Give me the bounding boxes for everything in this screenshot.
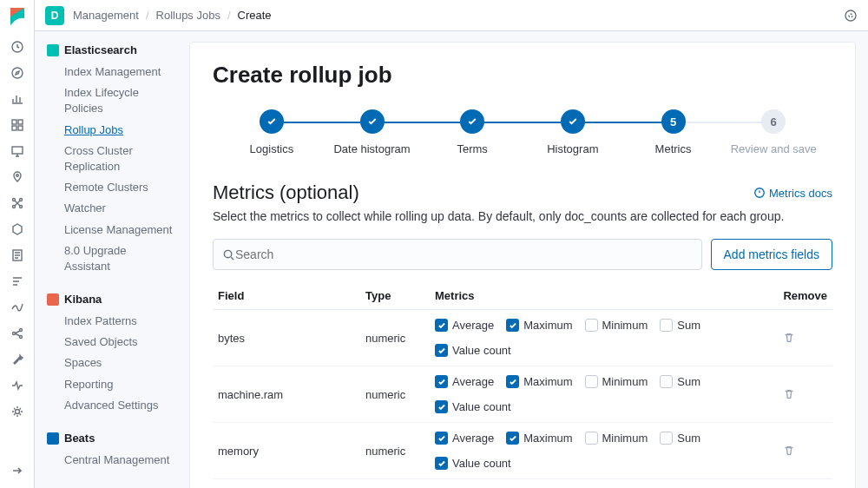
recent-icon[interactable] [10, 40, 24, 54]
remove-row-button[interactable] [783, 445, 827, 457]
breadcrumb-current: Create [238, 9, 272, 22]
step[interactable]: 5Metrics [623, 109, 724, 155]
svg-rect-3 [18, 120, 23, 124]
step[interactable]: Histogram [523, 109, 623, 155]
sidebar-item[interactable]: Advanced Settings [47, 395, 174, 416]
maps-icon[interactable] [10, 170, 24, 184]
kibana-logo[interactable] [7, 7, 28, 28]
metric-checkbox-min[interactable]: Minimum [585, 375, 648, 388]
svg-point-23 [224, 250, 231, 257]
sidebar-item[interactable]: Central Management [47, 450, 174, 471]
col-remove: Remove [778, 282, 832, 310]
svg-rect-5 [18, 126, 23, 130]
col-metrics: Metrics [430, 282, 778, 310]
step[interactable]: Terms [422, 109, 523, 155]
field-cell: bytes [213, 310, 360, 366]
table-row: bytesnumericAverageMaximumMinimumSumValu… [213, 310, 832, 366]
sidebar-item[interactable]: Saved Objects [47, 332, 174, 353]
management-icon[interactable] [10, 405, 24, 419]
svg-rect-20 [47, 293, 59, 306]
sidebar-item[interactable]: License Management [47, 220, 174, 241]
metric-checkbox-vc[interactable]: Value count [435, 457, 511, 470]
sidebar-item[interactable]: 8.0 Upgrade Assistant [47, 241, 174, 277]
visualize-icon[interactable] [10, 92, 24, 106]
sidebar-item[interactable]: Watcher [47, 198, 174, 219]
help-icon[interactable] [844, 9, 858, 23]
section-icon [47, 432, 59, 445]
nav-rail [0, 0, 35, 488]
devtools-icon[interactable] [10, 353, 24, 366]
table-row: memorynumericAverageMaximumMinimumSumVal… [213, 423, 832, 479]
svg-point-17 [845, 10, 856, 21]
sidebar-item[interactable]: Rollup Jobs [47, 120, 174, 141]
col-field[interactable]: Field [213, 282, 360, 310]
svg-point-16 [15, 410, 19, 414]
metrics-docs-link[interactable]: Metrics docs [753, 187, 832, 200]
dashboard-icon[interactable] [10, 118, 24, 132]
sidebar-item[interactable]: Index Management [47, 62, 174, 82]
col-type[interactable]: Type [360, 282, 430, 310]
uptime-icon[interactable] [10, 300, 24, 314]
space-badge[interactable]: D [45, 6, 64, 25]
svg-point-1 [12, 68, 23, 78]
svg-rect-2 [12, 120, 16, 124]
sidebar-item[interactable]: Index Patterns [47, 311, 174, 332]
metric-checkbox-avg[interactable]: Average [435, 432, 494, 445]
sidebar-item[interactable]: Reporting [47, 374, 174, 395]
type-cell: numeric [360, 310, 430, 366]
sidebar-item[interactable]: Cross Cluster Replication [47, 141, 174, 177]
metric-checkbox-min[interactable]: Minimum [585, 432, 648, 445]
metric-checkbox-avg[interactable]: Average [435, 319, 494, 332]
svg-rect-6 [12, 147, 23, 154]
svg-rect-21 [47, 432, 59, 445]
table-row: machine.ramnumericAverageMaximumMinimumS… [213, 366, 832, 423]
canvas-icon[interactable] [10, 144, 24, 158]
breadcrumb-item[interactable]: Management [73, 9, 139, 22]
metric-checkbox-min[interactable]: Minimum [585, 319, 648, 332]
breadcrumb-item[interactable]: Rollups Jobs [156, 9, 220, 22]
step[interactable]: 6Review and save [723, 109, 824, 155]
collapse-icon[interactable] [10, 464, 24, 478]
field-cell: machine.ram [213, 366, 360, 423]
metric-checkbox-vc[interactable]: Value count [435, 344, 511, 357]
type-cell: numeric [360, 423, 430, 479]
metric-checkbox-avg[interactable]: Average [435, 375, 494, 388]
metric-checkbox-max[interactable]: Maximum [506, 319, 572, 332]
metric-checkbox-vc[interactable]: Value count [435, 400, 511, 413]
page-title: Create rollup job [213, 62, 832, 89]
search-icon [222, 248, 235, 261]
compass-icon[interactable] [10, 66, 24, 80]
svg-point-7 [16, 175, 18, 177]
ml-icon[interactable] [10, 196, 24, 210]
apm-icon[interactable] [10, 274, 24, 288]
svg-point-18 [849, 14, 852, 17]
sidebar: ElasticsearchIndex ManagementIndex Lifec… [35, 31, 182, 488]
svg-rect-19 [47, 44, 59, 56]
remove-row-button[interactable] [783, 332, 827, 344]
graph-icon[interactable] [10, 326, 24, 340]
nav-heading: Beats [47, 432, 174, 445]
add-metrics-fields-button[interactable]: Add metrics fields [711, 239, 832, 270]
field-cell: memory [213, 423, 360, 479]
metric-checkbox-sum[interactable]: Sum [660, 375, 700, 388]
logs-icon[interactable] [10, 248, 24, 262]
step[interactable]: Date histogram [322, 109, 423, 155]
metric-checkbox-sum[interactable]: Sum [660, 432, 700, 445]
main-panel: Create rollup job LogisticsDate histogra… [189, 42, 856, 488]
section-icon [47, 293, 59, 306]
monitoring-icon[interactable] [10, 379, 24, 392]
type-cell: numeric [360, 366, 430, 423]
topbar: D Management / Rollups Jobs / Create [35, 0, 868, 31]
stepper: LogisticsDate histogramTermsHistogram5Me… [221, 109, 824, 155]
step[interactable]: Logistics [221, 109, 322, 155]
search-input[interactable] [213, 239, 702, 270]
metric-checkbox-max[interactable]: Maximum [506, 375, 572, 388]
metric-checkbox-max[interactable]: Maximum [506, 432, 572, 445]
infra-icon[interactable] [10, 222, 24, 236]
metric-checkbox-sum[interactable]: Sum [660, 319, 700, 332]
remove-row-button[interactable] [783, 388, 827, 400]
sidebar-item[interactable]: Index Lifecycle Policies [47, 82, 174, 119]
sidebar-item[interactable]: Spaces [47, 353, 174, 373]
sidebar-item[interactable]: Remote Clusters [47, 177, 174, 198]
section-desc: Select the metrics to collect while roll… [213, 209, 832, 223]
